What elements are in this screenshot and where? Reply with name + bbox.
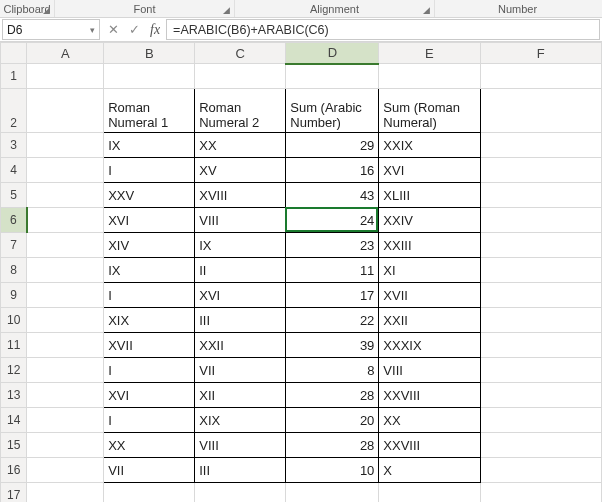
row-header-6[interactable]: 6 [1, 208, 27, 233]
cell[interactable] [480, 233, 601, 258]
select-all-corner[interactable] [1, 43, 27, 64]
cell[interactable] [104, 483, 195, 503]
cell[interactable]: XXII [195, 333, 286, 358]
cell[interactable]: VIII [195, 433, 286, 458]
cell[interactable]: XIX [104, 308, 195, 333]
cell[interactable]: 8 [286, 358, 379, 383]
cell[interactable] [27, 233, 104, 258]
cell[interactable]: VII [195, 358, 286, 383]
cell[interactable]: 20 [286, 408, 379, 433]
cell[interactable]: XXII [379, 308, 480, 333]
cell[interactable]: XIV [104, 233, 195, 258]
cell[interactable] [27, 383, 104, 408]
cell[interactable] [286, 483, 379, 503]
cell[interactable] [27, 133, 104, 158]
row-header-14[interactable]: 14 [1, 408, 27, 433]
cell[interactable]: III [195, 308, 286, 333]
cell[interactable] [379, 483, 480, 503]
cell[interactable]: 10 [286, 458, 379, 483]
row-header-4[interactable]: 4 [1, 158, 27, 183]
cell[interactable]: IX [195, 233, 286, 258]
row-header-2[interactable]: 2 [1, 89, 27, 133]
cell[interactable]: XXV [104, 183, 195, 208]
cell[interactable] [27, 158, 104, 183]
header-cell-d[interactable]: Sum (Arabic Number) [286, 89, 379, 133]
fx-icon[interactable]: fx [150, 22, 160, 38]
cell[interactable]: XXVIII [379, 433, 480, 458]
worksheet-grid[interactable]: A B C D E F 1 2 Roman Numeral 1 Roman Nu… [0, 42, 602, 502]
cell[interactable] [480, 258, 601, 283]
cell[interactable] [480, 383, 601, 408]
chevron-down-icon[interactable]: ▾ [90, 25, 95, 35]
cell[interactable] [480, 158, 601, 183]
col-header-C[interactable]: C [195, 43, 286, 64]
cell[interactable] [104, 64, 195, 89]
cell[interactable]: XVI [104, 383, 195, 408]
cell[interactable]: IX [104, 258, 195, 283]
cell[interactable] [480, 458, 601, 483]
name-box[interactable]: D6 ▾ [2, 19, 100, 40]
cell[interactable]: XIX [195, 408, 286, 433]
row-header-10[interactable]: 10 [1, 308, 27, 333]
cell[interactable]: IX [104, 133, 195, 158]
row-header-11[interactable]: 11 [1, 333, 27, 358]
cell[interactable]: 16 [286, 158, 379, 183]
cell[interactable]: VII [104, 458, 195, 483]
cell[interactable]: XVII [104, 333, 195, 358]
cell[interactable]: XVI [379, 158, 480, 183]
cell[interactable] [379, 64, 480, 89]
row-header-7[interactable]: 7 [1, 233, 27, 258]
cell[interactable] [480, 133, 601, 158]
cell[interactable]: XII [195, 383, 286, 408]
cell[interactable]: X [379, 458, 480, 483]
row-header-1[interactable]: 1 [1, 64, 27, 89]
row-header-8[interactable]: 8 [1, 258, 27, 283]
cell[interactable] [480, 208, 601, 233]
cell[interactable]: XV [195, 158, 286, 183]
cell[interactable] [480, 433, 601, 458]
header-cell-c[interactable]: Roman Numeral 2 [195, 89, 286, 133]
cell[interactable] [480, 183, 601, 208]
cell[interactable]: 11 [286, 258, 379, 283]
cell[interactable] [480, 89, 601, 133]
header-cell-b[interactable]: Roman Numeral 1 [104, 89, 195, 133]
cell[interactable]: VIII [195, 208, 286, 233]
cell[interactable] [195, 483, 286, 503]
cell[interactable]: 39 [286, 333, 379, 358]
cell[interactable]: XX [104, 433, 195, 458]
cell[interactable]: XXVIII [379, 383, 480, 408]
cell[interactable] [27, 433, 104, 458]
cell[interactable] [27, 308, 104, 333]
cell[interactable]: 29 [286, 133, 379, 158]
row-header-9[interactable]: 9 [1, 283, 27, 308]
cell[interactable] [480, 283, 601, 308]
cell[interactable] [27, 458, 104, 483]
cell[interactable] [27, 89, 104, 133]
row-header-12[interactable]: 12 [1, 358, 27, 383]
cell[interactable] [480, 408, 601, 433]
row-header-16[interactable]: 16 [1, 458, 27, 483]
cell[interactable] [286, 64, 379, 89]
cell[interactable]: III [195, 458, 286, 483]
cell[interactable]: XXIX [379, 133, 480, 158]
row-header-5[interactable]: 5 [1, 183, 27, 208]
cell[interactable] [195, 64, 286, 89]
cell[interactable] [27, 208, 104, 233]
alignment-launcher-icon[interactable]: ◢ [421, 6, 431, 16]
cell[interactable]: XXIII [379, 233, 480, 258]
cell[interactable]: 28 [286, 433, 379, 458]
clipboard-launcher-icon[interactable]: ◢ [41, 6, 51, 16]
cell[interactable] [480, 308, 601, 333]
cell[interactable]: I [104, 408, 195, 433]
cell[interactable]: XX [379, 408, 480, 433]
col-header-A[interactable]: A [27, 43, 104, 64]
row-header-15[interactable]: 15 [1, 433, 27, 458]
cell[interactable]: 24 [286, 208, 379, 233]
cell[interactable] [480, 358, 601, 383]
cell[interactable] [27, 183, 104, 208]
cell[interactable]: 22 [286, 308, 379, 333]
cell[interactable]: 28 [286, 383, 379, 408]
cell[interactable] [27, 483, 104, 503]
cell[interactable]: 43 [286, 183, 379, 208]
row-header-17[interactable]: 17 [1, 483, 27, 503]
